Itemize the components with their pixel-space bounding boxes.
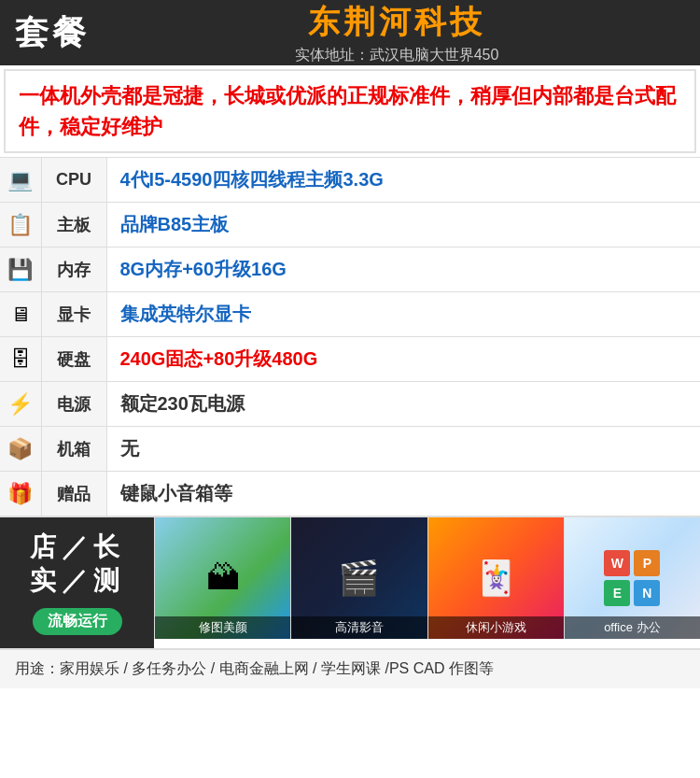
spec-icon-cell: 💾 — [0, 248, 41, 292]
spec-value-5: 额定230瓦电源 — [106, 382, 700, 427]
demo-image-0: 🏔 修图美颜 — [154, 517, 290, 639]
spec-label-1: 主板 — [41, 203, 106, 248]
demo-images: 🏔 修图美颜 🎬 高清影音 🃏 休闲小游戏 W P E N office 办公 — [154, 517, 700, 648]
spec-value-6: 无 — [106, 427, 700, 472]
description-text: 一体机外壳都是冠捷，长城或优派的正规标准件，稍厚但内部都是台式配件，稳定好维护 — [19, 80, 681, 142]
spec-value-2: 8G内存+60升级16G — [106, 248, 700, 292]
spec-icon-2: 💾 — [7, 258, 33, 281]
spec-icon-cell: 🎁 — [0, 472, 41, 516]
demo-section: 店／长实／测 流畅运行 🏔 修图美颜 🎬 高清影音 🃏 休闲小游戏 W P E — [0, 516, 700, 648]
spec-icon-cell: 📦 — [0, 427, 41, 472]
header-right: 东荆河科技 实体地址：武汉电脑大世界450 — [108, 1, 685, 65]
header-address: 实体地址：武汉电脑大世界450 — [295, 46, 499, 65]
header-left-title: 套餐 — [15, 10, 108, 56]
spec-icon-4: 🗄 — [10, 347, 31, 371]
spec-label-0: CPU — [41, 158, 106, 203]
spec-icon-7: 🎁 — [7, 482, 33, 505]
spec-icon-6: 📦 — [7, 437, 33, 460]
spec-icon-cell: 📋 — [0, 203, 41, 248]
spec-label-5: 电源 — [41, 382, 106, 427]
demo-badge: 流畅运行 — [33, 608, 122, 635]
header: 套餐 东荆河科技 实体地址：武汉电脑大世界450 — [0, 0, 700, 65]
spec-value-0: 4代I5-4590四核四线程主频3.3G — [106, 158, 700, 203]
demo-left-panel: 店／长实／测 流畅运行 — [0, 517, 154, 648]
spec-row: ⚡ 电源 额定230瓦电源 — [0, 382, 700, 427]
footer-text: 用途：家用娱乐 / 多任务办公 / 电商金融上网 / 学生网课 /PS CAD … — [15, 660, 494, 676]
spec-row: 💻 CPU 4代I5-4590四核四线程主频3.3G — [0, 158, 700, 203]
spec-value-1: 品牌B85主板 — [106, 203, 700, 248]
spec-label-7: 赠品 — [41, 472, 106, 516]
spec-icon-cell: ⚡ — [0, 382, 41, 427]
demo-image-3: W P E N office 办公 — [564, 517, 700, 639]
spec-row: 🎁 赠品 键鼠小音箱等 — [0, 472, 700, 516]
spec-row: 💾 内存 8G内存+60升级16G — [0, 248, 700, 292]
spec-value-4: 240G固态+80升级480G — [106, 337, 700, 382]
spec-icon-cell: 💻 — [0, 158, 41, 203]
demo-img-label-3: office 办公 — [565, 616, 700, 639]
demo-image-1: 🎬 高清影音 — [290, 517, 427, 639]
spec-icon-3: 🖥 — [10, 303, 31, 326]
spec-label-2: 内存 — [41, 248, 106, 292]
spec-row: 🖥 显卡 集成英特尔显卡 — [0, 292, 700, 337]
spec-icon-5: ⚡ — [7, 392, 33, 416]
spec-icon-cell: 🖥 — [0, 292, 41, 337]
spec-row: 📋 主板 品牌B85主板 — [0, 203, 700, 248]
demo-title: 店／长实／测 — [30, 530, 125, 599]
spec-label-4: 硬盘 — [41, 337, 106, 382]
description-box: 一体机外壳都是冠捷，长城或优派的正规标准件，稍厚但内部都是台式配件，稳定好维护 — [4, 69, 696, 153]
spec-row: 🗄 硬盘 240G固态+80升级480G — [0, 337, 700, 382]
spec-label-6: 机箱 — [41, 427, 106, 472]
footer: 用途：家用娱乐 / 多任务办公 / 电商金融上网 / 学生网课 /PS CAD … — [0, 648, 700, 688]
demo-img-label-0: 修图美颜 — [155, 616, 290, 639]
spec-value-7: 键鼠小音箱等 — [106, 472, 700, 516]
demo-image-2: 🃏 休闲小游戏 — [427, 517, 564, 639]
demo-img-label-2: 休闲小游戏 — [428, 616, 564, 639]
spec-value-3: 集成英特尔显卡 — [106, 292, 700, 337]
spec-icon-cell: 🗄 — [0, 337, 41, 382]
spec-icon-1: 📋 — [7, 213, 33, 236]
specs-table: 💻 CPU 4代I5-4590四核四线程主频3.3G 📋 主板 品牌B85主板 … — [0, 157, 700, 516]
spec-row: 📦 机箱 无 — [0, 427, 700, 472]
demo-img-label-1: 高清影音 — [291, 616, 427, 639]
brand-name: 东荆河科技 — [308, 1, 485, 44]
spec-label-3: 显卡 — [41, 292, 106, 337]
spec-icon-0: 💻 — [7, 168, 33, 191]
